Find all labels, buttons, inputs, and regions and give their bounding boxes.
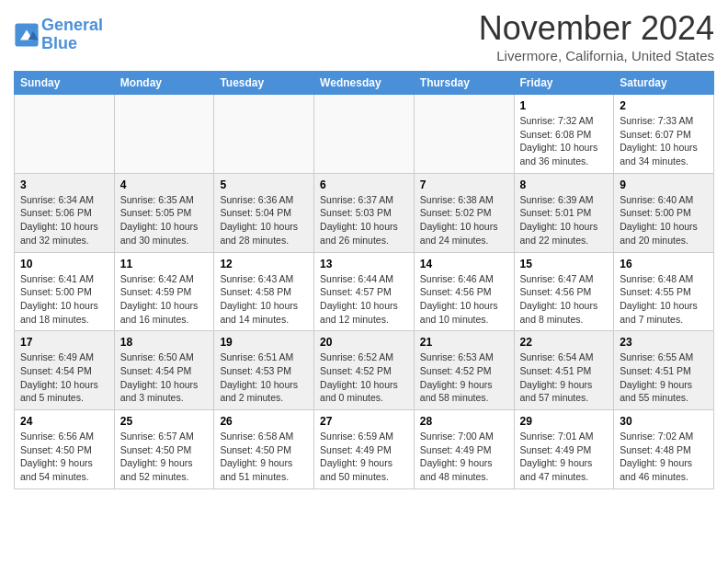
day-info: Sunrise: 6:50 AM Sunset: 4:54 PM Dayligh… (120, 350, 209, 405)
calendar-week-row: 10Sunrise: 6:41 AM Sunset: 5:00 PM Dayli… (15, 252, 714, 331)
day-info: Sunrise: 6:37 AM Sunset: 5:03 PM Dayligh… (320, 193, 408, 247)
day-number: 16 (620, 258, 708, 270)
header: General Blue November 2024 Livermore, Ca… (14, 9, 714, 63)
calendar-day-cell (214, 95, 314, 174)
day-info: Sunrise: 7:32 AM Sunset: 6:08 PM Dayligh… (520, 114, 609, 168)
calendar-day-cell: 1Sunrise: 7:32 AM Sunset: 6:08 PM Daylig… (514, 95, 614, 174)
day-number: 20 (320, 336, 408, 349)
calendar-day-cell: 30Sunrise: 7:02 AM Sunset: 4:48 PM Dayli… (614, 410, 714, 489)
day-number: 2 (620, 99, 708, 112)
calendar-day-cell: 13Sunrise: 6:44 AM Sunset: 4:57 PM Dayli… (314, 252, 415, 331)
calendar-week-row: 3Sunrise: 6:34 AM Sunset: 5:06 PM Daylig… (15, 173, 714, 252)
calendar-day-cell: 22Sunrise: 6:54 AM Sunset: 4:51 PM Dayli… (514, 331, 614, 410)
day-info: Sunrise: 6:51 AM Sunset: 4:53 PM Dayligh… (220, 350, 308, 405)
day-number: 9 (620, 178, 708, 191)
calendar-day-cell: 28Sunrise: 7:00 AM Sunset: 4:49 PM Dayli… (414, 410, 514, 489)
day-info: Sunrise: 6:55 AM Sunset: 4:51 PM Dayligh… (620, 350, 708, 405)
day-info: Sunrise: 6:54 AM Sunset: 4:51 PM Dayligh… (520, 350, 609, 405)
title-area: November 2024 Livermore, California, Uni… (479, 9, 714, 63)
calendar-day-cell: 23Sunrise: 6:55 AM Sunset: 4:51 PM Dayli… (614, 331, 714, 410)
calendar-day-cell: 24Sunrise: 6:56 AM Sunset: 4:50 PM Dayli… (15, 410, 115, 489)
day-info: Sunrise: 6:35 AM Sunset: 5:05 PM Dayligh… (120, 193, 209, 247)
weekday-header-wednesday: Wednesday (314, 72, 415, 95)
day-info: Sunrise: 6:47 AM Sunset: 4:56 PM Dayligh… (520, 272, 609, 327)
day-number: 26 (220, 415, 308, 428)
calendar-day-cell: 14Sunrise: 6:46 AM Sunset: 4:56 PM Dayli… (414, 252, 514, 331)
calendar-day-cell (414, 95, 514, 174)
logo: General Blue (14, 17, 103, 53)
weekday-header-friday: Friday (514, 72, 614, 95)
day-info: Sunrise: 6:39 AM Sunset: 5:01 PM Dayligh… (520, 193, 609, 247)
day-info: Sunrise: 6:38 AM Sunset: 5:02 PM Dayligh… (420, 193, 508, 247)
day-number: 19 (220, 336, 308, 349)
day-info: Sunrise: 6:36 AM Sunset: 5:04 PM Dayligh… (220, 193, 308, 247)
calendar-day-cell: 12Sunrise: 6:43 AM Sunset: 4:58 PM Dayli… (214, 252, 314, 331)
day-number: 27 (320, 415, 408, 428)
day-info: Sunrise: 6:57 AM Sunset: 4:50 PM Dayligh… (120, 430, 209, 484)
day-info: Sunrise: 6:42 AM Sunset: 4:59 PM Dayligh… (120, 272, 209, 327)
day-number: 30 (620, 415, 708, 428)
weekday-header-thursday: Thursday (414, 72, 514, 95)
day-number: 28 (420, 415, 508, 428)
calendar-day-cell: 25Sunrise: 6:57 AM Sunset: 4:50 PM Dayli… (114, 410, 214, 489)
day-info: Sunrise: 6:59 AM Sunset: 4:49 PM Dayligh… (320, 430, 408, 484)
day-number: 25 (120, 415, 209, 428)
weekday-header-monday: Monday (114, 72, 214, 95)
month-title: November 2024 (479, 9, 714, 48)
calendar-day-cell: 7Sunrise: 6:38 AM Sunset: 5:02 PM Daylig… (414, 173, 514, 252)
day-info: Sunrise: 6:53 AM Sunset: 4:52 PM Dayligh… (420, 350, 508, 405)
day-number: 29 (520, 415, 609, 428)
calendar-day-cell: 3Sunrise: 6:34 AM Sunset: 5:06 PM Daylig… (15, 173, 115, 252)
logo-icon (14, 22, 40, 48)
calendar-day-cell: 6Sunrise: 6:37 AM Sunset: 5:03 PM Daylig… (314, 173, 415, 252)
day-info: Sunrise: 6:49 AM Sunset: 4:54 PM Dayligh… (20, 350, 108, 405)
day-info: Sunrise: 7:02 AM Sunset: 4:48 PM Dayligh… (620, 430, 708, 484)
day-number: 21 (420, 336, 508, 349)
weekday-header-row: SundayMondayTuesdayWednesdayThursdayFrid… (15, 72, 714, 95)
calendar-day-cell: 16Sunrise: 6:48 AM Sunset: 4:55 PM Dayli… (614, 252, 714, 331)
calendar-day-cell: 20Sunrise: 6:52 AM Sunset: 4:52 PM Dayli… (314, 331, 415, 410)
day-number: 5 (220, 178, 308, 191)
day-number: 8 (520, 178, 609, 191)
calendar-day-cell (114, 95, 214, 174)
calendar-day-cell: 18Sunrise: 6:50 AM Sunset: 4:54 PM Dayli… (114, 331, 214, 410)
day-number: 7 (420, 178, 508, 191)
day-number: 15 (520, 258, 609, 270)
day-number: 14 (420, 258, 508, 270)
calendar-day-cell: 26Sunrise: 6:58 AM Sunset: 4:50 PM Dayli… (214, 410, 314, 489)
day-number: 10 (20, 258, 108, 270)
day-info: Sunrise: 6:41 AM Sunset: 5:00 PM Dayligh… (20, 272, 108, 327)
day-number: 22 (520, 336, 609, 349)
calendar-day-cell: 15Sunrise: 6:47 AM Sunset: 4:56 PM Dayli… (514, 252, 614, 331)
calendar-day-cell: 4Sunrise: 6:35 AM Sunset: 5:05 PM Daylig… (114, 173, 214, 252)
day-number: 4 (120, 178, 209, 191)
day-number: 11 (120, 258, 209, 270)
calendar-day-cell: 29Sunrise: 7:01 AM Sunset: 4:49 PM Dayli… (514, 410, 614, 489)
location: Livermore, California, United States (479, 48, 714, 63)
day-info: Sunrise: 6:34 AM Sunset: 5:06 PM Dayligh… (20, 193, 108, 247)
day-info: Sunrise: 6:48 AM Sunset: 4:55 PM Dayligh… (620, 272, 708, 327)
calendar-week-row: 17Sunrise: 6:49 AM Sunset: 4:54 PM Dayli… (15, 331, 714, 410)
calendar-table: SundayMondayTuesdayWednesdayThursdayFrid… (14, 71, 714, 489)
day-info: Sunrise: 7:00 AM Sunset: 4:49 PM Dayligh… (420, 430, 508, 484)
logo-text: General Blue (41, 17, 103, 53)
day-number: 18 (120, 336, 209, 349)
day-number: 17 (20, 336, 108, 349)
day-info: Sunrise: 6:43 AM Sunset: 4:58 PM Dayligh… (220, 272, 308, 327)
day-info: Sunrise: 7:01 AM Sunset: 4:49 PM Dayligh… (520, 430, 609, 484)
calendar-day-cell: 21Sunrise: 6:53 AM Sunset: 4:52 PM Dayli… (414, 331, 514, 410)
day-number: 3 (20, 178, 108, 191)
calendar-day-cell: 5Sunrise: 6:36 AM Sunset: 5:04 PM Daylig… (214, 173, 314, 252)
calendar-day-cell: 27Sunrise: 6:59 AM Sunset: 4:49 PM Dayli… (314, 410, 415, 489)
day-info: Sunrise: 6:52 AM Sunset: 4:52 PM Dayligh… (320, 350, 408, 405)
day-info: Sunrise: 7:33 AM Sunset: 6:07 PM Dayligh… (620, 114, 708, 168)
day-info: Sunrise: 6:40 AM Sunset: 5:00 PM Dayligh… (620, 193, 708, 247)
day-number: 12 (220, 258, 308, 270)
day-info: Sunrise: 6:56 AM Sunset: 4:50 PM Dayligh… (20, 430, 108, 484)
weekday-header-saturday: Saturday (614, 72, 714, 95)
calendar-day-cell: 11Sunrise: 6:42 AM Sunset: 4:59 PM Dayli… (114, 252, 214, 331)
calendar-day-cell: 9Sunrise: 6:40 AM Sunset: 5:00 PM Daylig… (614, 173, 714, 252)
day-info: Sunrise: 6:44 AM Sunset: 4:57 PM Dayligh… (320, 272, 408, 327)
day-info: Sunrise: 6:46 AM Sunset: 4:56 PM Dayligh… (420, 272, 508, 327)
day-number: 6 (320, 178, 408, 191)
